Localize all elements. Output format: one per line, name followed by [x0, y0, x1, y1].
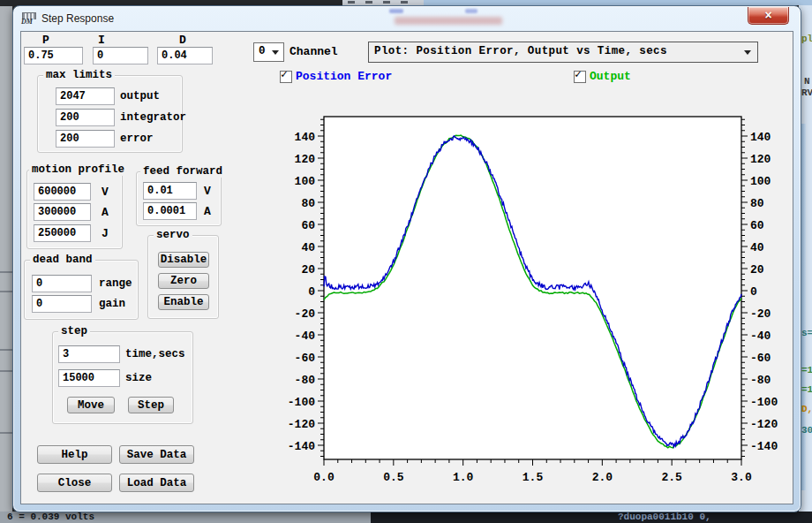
svg-text:0.0: 0.0 — [313, 471, 335, 484]
svg-text:80: 80 — [750, 197, 764, 210]
svg-text:60: 60 — [301, 219, 315, 232]
svg-text:-20: -20 — [750, 307, 771, 321]
step-response-chart: -140-140-120-120-100-100-80-80-60-60-40-… — [293, 106, 787, 499]
svg-text:0.5: 0.5 — [383, 471, 404, 484]
background-text: =1 — [801, 384, 812, 395]
i-input[interactable] — [93, 47, 148, 64]
feed-forward-group: feed forward V A — [136, 171, 222, 226]
glass-smudge — [395, 17, 502, 25]
titlebar[interactable]: DM Step Response × — [13, 6, 801, 31]
svg-text:3.0: 3.0 — [731, 471, 752, 484]
checkmark-icon: ✓ — [575, 69, 582, 81]
svg-text:-120: -120 — [288, 418, 315, 431]
svg-text:100: 100 — [750, 175, 771, 188]
d-label: D — [179, 34, 186, 47]
move-button[interactable]: Move — [67, 397, 115, 413]
servo-zero-button[interactable]: Zero — [158, 273, 209, 289]
svg-text:40: 40 — [301, 241, 315, 254]
ff-velocity-input[interactable] — [143, 182, 197, 200]
save-data-button[interactable]: Save Data — [119, 445, 194, 464]
svg-text:0: 0 — [308, 285, 315, 299]
background-text: RV — [801, 87, 812, 98]
svg-text:2.0: 2.0 — [592, 471, 613, 484]
svg-text:-80: -80 — [750, 374, 771, 387]
svg-text:40: 40 — [750, 241, 764, 254]
dead-band-group: dead band range gain — [24, 260, 139, 320]
step-button[interactable]: Step — [128, 397, 174, 413]
background-text: 6 = 0.039 volts — [7, 512, 94, 522]
jerk-input[interactable] — [34, 224, 91, 242]
d-input[interactable] — [157, 47, 213, 64]
deadband-range-input[interactable] — [32, 275, 92, 292]
step-response-window: DM Step Response × P I D 0 Channel Plot:… — [12, 5, 801, 512]
p-input[interactable] — [24, 47, 83, 64]
svg-text:-120: -120 — [750, 418, 778, 431]
close-dialog-button[interactable]: Close — [37, 474, 112, 492]
step-size-input[interactable] — [58, 369, 120, 387]
background-text: 30 — [801, 425, 812, 436]
background-text: =1 — [801, 365, 812, 375]
position-error-label: Position Error — [296, 70, 392, 83]
servo-disable-button[interactable]: Disable — [158, 252, 209, 268]
svg-text:100: 100 — [295, 175, 316, 188]
output-checkbox[interactable]: ✓ — [574, 71, 586, 83]
velocity-input[interactable] — [34, 183, 91, 201]
svg-text:2.5: 2.5 — [661, 471, 682, 484]
svg-text:20: 20 — [301, 263, 315, 277]
svg-text:-40: -40 — [750, 330, 771, 343]
svg-text:140: 140 — [750, 131, 771, 144]
svg-text:80: 80 — [301, 197, 315, 210]
svg-text:-140: -140 — [750, 440, 778, 453]
glass-smudge — [465, 9, 477, 13]
max-integrator-input[interactable] — [56, 109, 115, 126]
svg-text:0: 0 — [750, 285, 757, 299]
background-text: ?duopa0011b10 0, — [618, 512, 711, 522]
position-error-checkbox[interactable]: ✓ — [280, 71, 292, 83]
background-left-panel — [0, 6, 12, 512]
svg-text:1.0: 1.0 — [453, 471, 474, 484]
ff-acceleration-input[interactable] — [143, 202, 197, 220]
max-limits-group: max limits output integrator error — [37, 75, 183, 153]
i-label: I — [98, 34, 105, 47]
step-time-input[interactable] — [58, 345, 120, 363]
svg-text:-100: -100 — [750, 396, 778, 409]
plot-frame — [324, 117, 741, 459]
load-data-button[interactable]: Load Data — [119, 474, 194, 492]
svg-text:120: 120 — [750, 153, 771, 166]
svg-text:120: 120 — [295, 153, 316, 166]
chevron-down-icon — [272, 50, 279, 55]
p-label: P — [42, 34, 49, 47]
channel-label: Channel — [289, 45, 338, 58]
svg-text:-60: -60 — [295, 352, 316, 365]
plot-type-select[interactable]: Plot: Position Error, Output vs Time, se… — [368, 42, 758, 63]
output-label: Output — [590, 70, 631, 83]
background-text: N — [804, 76, 810, 87]
svg-text:-100: -100 — [288, 396, 315, 409]
background-text: s= — [801, 328, 812, 338]
svg-text:60: 60 — [750, 219, 764, 232]
app-icon: DM — [21, 11, 36, 26]
max-output-input[interactable] — [56, 87, 115, 105]
screen: plNRVs==1=1D,306 = 0.039 volts?duopa0011… — [0, 0, 812, 523]
max-error-input[interactable] — [56, 130, 115, 148]
window-title: Step Response — [41, 12, 114, 25]
servo-enable-button[interactable]: Enable — [158, 294, 209, 310]
checkmark-icon: ✓ — [281, 69, 288, 81]
dialog-client-area: P I D 0 Channel Plot: Position Error, Ou… — [20, 31, 793, 504]
help-button[interactable]: Help — [37, 445, 112, 464]
svg-text:20: 20 — [750, 263, 764, 277]
background-text: pl — [801, 34, 812, 44]
svg-text:-60: -60 — [750, 352, 771, 365]
glass-smudge — [389, 9, 403, 13]
chevron-down-icon — [744, 50, 751, 55]
svg-text:-20: -20 — [295, 307, 316, 321]
svg-text:-40: -40 — [295, 330, 316, 343]
close-button[interactable]: × — [748, 7, 789, 25]
deadband-gain-input[interactable] — [32, 295, 92, 313]
acceleration-input[interactable] — [34, 203, 91, 221]
channel-select[interactable]: 0 — [253, 42, 284, 62]
step-group: step time,secs size Move Step — [52, 331, 193, 424]
svg-text:1.5: 1.5 — [523, 471, 544, 484]
svg-text:-140: -140 — [288, 440, 315, 453]
svg-text:140: 140 — [295, 131, 316, 144]
